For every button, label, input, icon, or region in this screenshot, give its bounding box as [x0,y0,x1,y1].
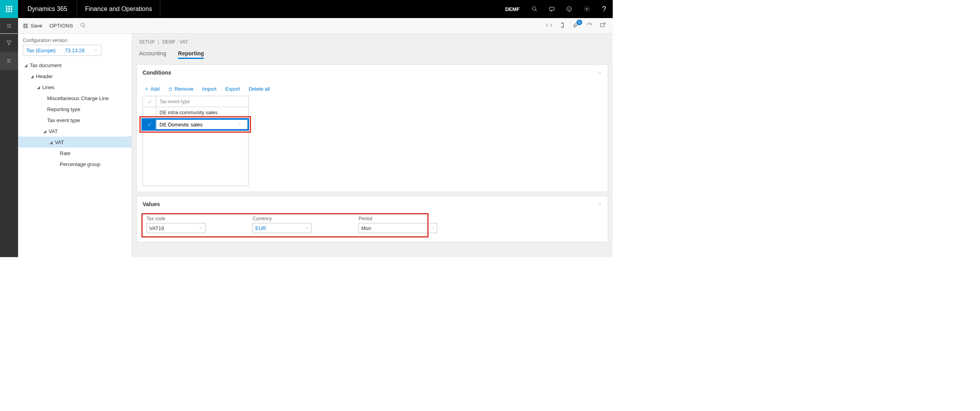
chevron-up-icon [597,201,602,207]
list-icon[interactable] [0,52,18,70]
tree-percentage-group[interactable]: Percentage group [18,159,132,170]
grid-row-selected[interactable] [142,119,248,130]
tree-label: Tax document [30,62,62,68]
save-button[interactable]: Save [23,23,42,29]
chevron-down-icon [430,225,434,231]
attachments-icon[interactable]: 0 [573,22,579,29]
resize-handle[interactable]: ⋮ [127,134,133,138]
config-version-select[interactable]: Tax (Europe) 73.13.26 [23,45,101,56]
app-name-label: Finance and Operations [77,0,160,18]
currency-select[interactable]: EUR [253,223,311,233]
period-select[interactable]: Mon [359,223,437,233]
tree: ◢ Tax document ◢ Header ◢ Lines Miscella… [18,60,132,170]
tree-tax-document[interactable]: ◢ Tax document [18,60,132,71]
attachments-badge: 0 [577,20,582,25]
svg-point-4 [568,8,569,9]
conditions-toolbar: Add Remove Import Export Delete all [143,83,602,96]
breadcrumb-context: DEMF : VAT [162,39,188,45]
svg-line-14 [84,26,86,27]
smiley-icon[interactable] [561,0,578,18]
tree-misc-charge-line[interactable]: Miscellaneous Charge Line [18,93,132,104]
tax-event-type-input[interactable] [159,122,236,128]
tree-vat-group[interactable]: ◢ VAT [18,126,132,137]
tab-accounting[interactable]: Accounting [139,48,166,60]
import-button[interactable]: Import [202,86,217,92]
values-highlight: Tax code VAT19 Currency EUR [143,214,427,236]
left-rail [0,34,18,257]
currency-label: Currency [253,216,311,221]
tabs: Accounting Reporting [132,48,613,60]
config-name: Tax (Europe) [26,47,55,53]
tree-reporting-type[interactable]: Reporting type [18,104,132,115]
config-version-label: Configuration version [18,38,132,45]
delete-all-button[interactable]: Delete all [249,86,270,92]
grid-row[interactable]: DE intra-community sales [143,107,248,118]
svg-point-13 [81,23,84,26]
values-title: Values [143,201,160,207]
conditions-grid: Tax event type DE intra-community sales [143,96,249,119]
grid-checkall[interactable] [143,96,156,107]
tree-rate[interactable]: Rate [18,148,132,159]
field-period: Period Mon [359,216,437,233]
rail-hamburger[interactable] [0,18,18,33]
options-button[interactable]: OPTIONS [49,23,73,29]
export-button[interactable]: Export [225,86,240,92]
tree-label: Rate [60,150,70,156]
period-label: Period [359,216,437,221]
breadcrumb-setup: SETUP [139,39,155,45]
popout-icon[interactable] [599,22,606,29]
svg-rect-11 [25,24,27,25]
tree-vat[interactable]: ◢ VAT [18,137,132,148]
action-bar: Save OPTIONS 0 [18,18,613,33]
waffle-icon [6,6,12,12]
tax-code-select[interactable]: VAT19 [147,223,205,233]
link-icon[interactable] [546,22,552,29]
main-layout: Configuration version Tax (Europe) 73.13… [0,34,613,257]
tab-reporting[interactable]: Reporting [178,48,204,60]
values-panel-header[interactable]: Values [137,196,608,212]
svg-point-3 [567,7,572,11]
office-icon[interactable] [559,22,566,29]
tree-lines[interactable]: ◢ Lines [18,82,132,93]
conditions-title: Conditions [143,69,171,76]
grid-header-row: Tax event type [143,96,248,107]
tree-sidebar: Configuration version Tax (Europe) 73.13… [18,34,132,257]
tree-header[interactable]: ◢ Header [18,71,132,82]
actionbar-search-icon[interactable] [80,22,86,29]
app-launcher[interactable] [0,0,18,18]
add-button[interactable]: Add [144,86,159,92]
breadcrumb: SETUP | DEMF : VAT [132,34,613,48]
chevron-down-icon[interactable] [236,122,244,127]
top-icon-bar: ? [526,0,613,18]
tax-code-label: Tax code [147,216,205,221]
tree-label: Lines [42,84,55,90]
tree-label: Reporting type [47,106,81,112]
svg-point-6 [586,8,588,10]
content-area: SETUP | DEMF : VAT Accounting Reporting … [132,34,613,257]
company-picker[interactable]: DEMF [499,0,526,18]
grid-row-check[interactable] [143,107,156,118]
action-region: Save OPTIONS 0 [0,18,613,34]
grid-row-check-selected[interactable] [143,119,156,130]
help-icon[interactable]: ? [595,0,613,18]
tree-label: Tax event type [47,117,80,123]
svg-rect-21 [169,88,172,91]
remove-label: Remove [174,86,193,92]
gear-icon[interactable] [578,0,595,18]
tree-label: Miscellaneous Charge Line [47,95,109,101]
grid-empty-area [143,131,248,186]
tree-tax-event-type[interactable]: Tax event type [18,115,132,126]
remove-button[interactable]: Remove [168,86,193,92]
message-icon[interactable] [543,0,561,18]
values-panel: Values Tax code VAT19 Currency [137,196,608,242]
chevron-down-icon [94,47,98,53]
tree-label: VAT [49,128,58,134]
grid-cell-value: DE intra-community sales [156,107,248,118]
refresh-icon[interactable] [586,22,592,29]
filter-icon[interactable] [0,34,18,52]
grid-col-tax-event-type[interactable]: Tax event type [156,96,248,107]
search-icon[interactable] [526,0,543,18]
brand-label[interactable]: Dynamics 365 [18,0,77,18]
conditions-panel-header[interactable]: Conditions [137,65,608,80]
tree-label: Header [36,73,53,79]
